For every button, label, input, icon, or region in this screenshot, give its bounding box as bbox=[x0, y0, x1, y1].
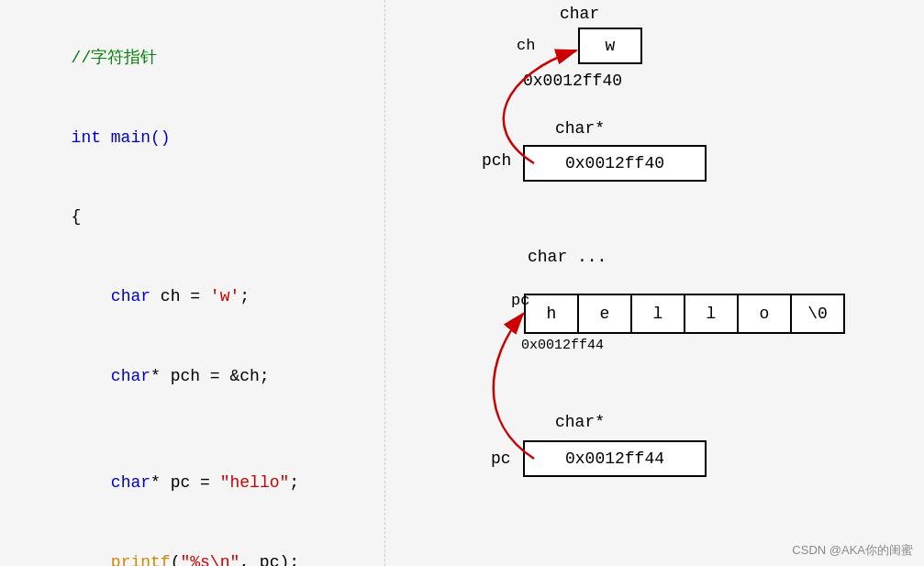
code-main-sig: int main() bbox=[18, 98, 375, 178]
code-comment: //字符指针 bbox=[18, 18, 375, 98]
code-line3 bbox=[18, 417, 375, 443]
pch-label: pch bbox=[482, 151, 511, 170]
array-cell-h: h bbox=[524, 294, 579, 334]
code-brace-open: { bbox=[18, 177, 375, 257]
pc-label: pc bbox=[491, 449, 511, 468]
array-addr: 0x0012ff44 bbox=[521, 338, 604, 353]
main-sig-span: int main() bbox=[72, 128, 171, 147]
code-line2: char* pch = &ch; bbox=[18, 337, 375, 417]
pc-box: 0x0012ff44 bbox=[523, 440, 707, 477]
code-line5: printf("%s\n", pc); bbox=[18, 523, 375, 566]
char-dots-label: char ... bbox=[528, 248, 607, 266]
code-panel: //字符指针 int main() { char ch = 'w'; char*… bbox=[0, 0, 385, 566]
watermark: CSDN @AKA你的闺蜜 bbox=[792, 542, 913, 559]
array-cell-l1: l bbox=[630, 294, 685, 334]
pc-pointer-label: pc bbox=[511, 292, 529, 309]
array-row: h e l l o \0 bbox=[526, 294, 845, 334]
arrows-svg bbox=[385, 0, 924, 566]
char-label-top: char bbox=[560, 5, 599, 23]
pch-box: 0x0012ff40 bbox=[523, 145, 707, 182]
array-cell-o: o bbox=[737, 294, 792, 334]
char-w-box: w bbox=[578, 28, 642, 64]
arrow-pc-to-array bbox=[494, 314, 534, 459]
ch-pointer-label: ch bbox=[517, 37, 535, 54]
code-line4: char* pc = "hello"; bbox=[18, 443, 375, 524]
diagram-panel: char w 0x0012ff40 char* pch 0x0012ff40 c… bbox=[385, 0, 924, 566]
array-cell-e: e bbox=[577, 294, 632, 334]
char-star-label-2: char* bbox=[555, 413, 605, 431]
array-cell-l2: l bbox=[684, 294, 739, 334]
char-star-label-1: char* bbox=[555, 119, 605, 138]
array-cell-null: \0 bbox=[790, 294, 845, 334]
char-addr-1: 0x0012ff40 bbox=[523, 72, 622, 90]
main-container: //字符指针 int main() { char ch = 'w'; char*… bbox=[0, 0, 924, 566]
code-line1: char ch = 'w'; bbox=[18, 257, 375, 338]
